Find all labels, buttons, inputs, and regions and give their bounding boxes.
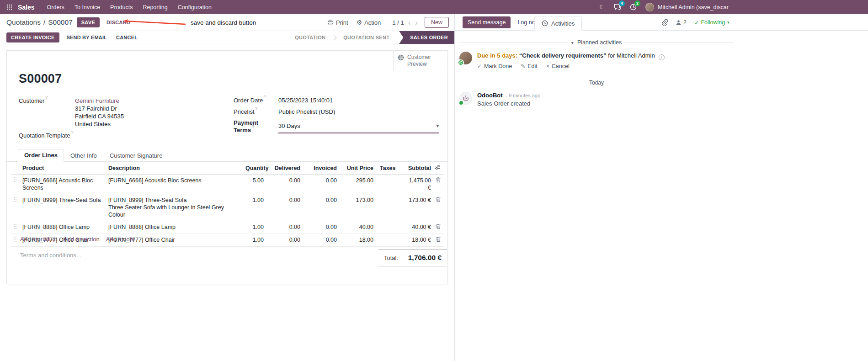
customer-link[interactable]: Gemini Furniture (75, 97, 124, 105)
check-icon: ✓ (694, 19, 699, 26)
cell-subtotal: 173.00 € (403, 194, 433, 221)
tab-activities[interactable]: Activities (534, 16, 582, 31)
column-delivered: Delivered (266, 162, 302, 175)
order-line-row[interactable]: [FURN_6666] Acoustic Bloc Screens [FURN_… (11, 175, 443, 194)
caret-down-icon: ▾ (571, 40, 574, 45)
cancel-activity-button[interactable]: × Cancel (546, 63, 570, 69)
breadcrumb-quotations[interactable]: Quotations (6, 18, 41, 27)
info-icon[interactable]: i (659, 54, 665, 60)
apps-grid-icon[interactable] (4, 0, 17, 14)
followers-count: 2 (683, 19, 687, 26)
tab-customer-signature[interactable]: Customer Signature (103, 149, 169, 162)
order-line-row[interactable]: [FURN_8999] Three-Seat Sofa [FURN_8999] … (11, 194, 443, 221)
dropdown-caret-icon[interactable]: ▾ (437, 123, 439, 128)
activity-due-date: Due in 5 days: (477, 52, 517, 59)
dark-mode-moon-icon[interactable]: ☾ (594, 0, 610, 14)
print-label: Print (336, 19, 348, 26)
edit-activity-button[interactable]: ✎ Edit (521, 63, 538, 69)
user-avatar[interactable] (645, 3, 654, 11)
add-a-section-link[interactable]: Add a section (64, 236, 100, 243)
cell-delivered[interactable]: 0.00 (266, 175, 302, 194)
cancel-order-button[interactable]: CANCEL (114, 32, 139, 42)
tab-other-info[interactable]: Other Info (64, 149, 103, 162)
user-menu[interactable]: Mitchell Admin (save_discar (658, 4, 729, 11)
order-date-label: Order Date? (234, 96, 278, 104)
create-invoice-button[interactable]: CREATE INVOICE (6, 32, 59, 42)
person-icon (676, 20, 682, 26)
new-button[interactable]: New (425, 17, 449, 28)
send-message-button[interactable]: Send message (463, 16, 511, 28)
drag-handle-icon[interactable] (11, 175, 21, 194)
annotation-arrow (120, 18, 187, 27)
menu-products[interactable]: Products (105, 0, 138, 14)
cell-taxes[interactable] (375, 194, 403, 221)
message-author[interactable]: OdooBot (477, 92, 503, 99)
cell-product[interactable]: [FURN_6666] Acoustic Bloc Screens (21, 175, 107, 194)
delete-line-icon[interactable] (433, 175, 443, 194)
planned-activities-toggle[interactable]: ▾ Planned activities (459, 39, 734, 46)
cell-description[interactable]: [FURN_8888] Office Lamp (107, 221, 244, 234)
followers-button[interactable]: 2 (676, 19, 687, 26)
cell-unit-price[interactable]: 40.00 (339, 221, 375, 234)
cell-quantity[interactable]: 5.00 (244, 175, 266, 194)
cell-taxes[interactable] (375, 175, 403, 194)
terms-placeholder[interactable]: Terms and conditions... (20, 252, 81, 259)
action-button[interactable]: ⚙ Action (352, 17, 385, 28)
cell-subtotal: 40.00 € (403, 221, 433, 234)
table-footer-links: Add a product Add a section Add a note (11, 233, 443, 246)
attachments-icon[interactable] (661, 19, 668, 26)
customer-preview-button[interactable]: Customer Preview (393, 51, 447, 71)
drag-handle-icon[interactable] (11, 194, 21, 221)
cell-unit-price[interactable]: 295.00 (339, 175, 375, 194)
delete-line-icon[interactable] (433, 221, 443, 234)
order-date-value[interactable]: 05/25/2023 15:40:01 (278, 96, 333, 104)
messages-icon[interactable]: 4 (610, 0, 625, 14)
status-quotation[interactable]: QUOTATION (288, 31, 332, 44)
delete-line-icon[interactable] (433, 194, 443, 221)
navbar-left: Sales Orders To Invoice Products Reporti… (4, 0, 217, 14)
following-button[interactable]: ✓ Following ▾ (694, 19, 730, 26)
cell-taxes[interactable] (375, 221, 403, 234)
mark-done-button[interactable]: ✓ Mark Done (477, 63, 512, 69)
cell-unit-price[interactable]: 173.00 (339, 194, 375, 221)
cell-quantity[interactable]: 1.00 (244, 194, 266, 221)
annotation: save and discard button (120, 18, 256, 27)
status-sales-order[interactable]: SALES ORDER (399, 31, 454, 44)
app-name[interactable]: Sales (18, 4, 35, 11)
order-line-row[interactable]: [FURN_8888] Office Lamp [FURN_8888] Offi… (11, 221, 443, 234)
optional-columns-icon[interactable] (433, 162, 443, 175)
payment-terms-input[interactable]: 30 Days ▾ (278, 119, 439, 133)
cell-quantity[interactable]: 1.00 (244, 221, 266, 234)
pager-next-icon[interactable]: › (413, 19, 420, 27)
send-by-email-button[interactable]: SEND BY EMAIL (65, 32, 109, 42)
description-line-1: [FURN_8999] Three-Seat Sofa (108, 196, 242, 204)
cell-product[interactable]: [FURN_8999] Three-Seat Sofa (21, 194, 107, 221)
payment-terms-value: 30 Days (278, 122, 300, 129)
cell-delivered[interactable]: 0.00 (266, 221, 302, 234)
cell-delivered[interactable]: 0.00 (266, 194, 302, 221)
customer-field: Customer? Gemini Furniture 317 Fairchild… (19, 97, 220, 128)
save-button[interactable]: SAVE (77, 17, 100, 27)
menu-to-invoice[interactable]: To Invoice (69, 0, 105, 14)
cell-description[interactable]: [FURN_8999] Three-Seat Sofa Three Seater… (107, 194, 244, 221)
activities-clock-icon[interactable]: 2 (625, 0, 641, 14)
cell-product[interactable]: [FURN_8888] Office Lamp (21, 221, 107, 234)
cell-invoiced[interactable]: 0.00 (302, 175, 339, 194)
add-a-note-link[interactable]: Add a note (106, 236, 135, 243)
pager-previous-icon[interactable]: ‹ (406, 19, 413, 27)
cell-description[interactable]: [FURN_6666] Acoustic Bloc Screens (107, 175, 244, 194)
status-quotation-sent[interactable]: QUOTATION SENT (336, 31, 396, 44)
drag-handle-icon[interactable] (11, 221, 21, 234)
menu-orders[interactable]: Orders (42, 0, 69, 14)
pricelist-value[interactable]: Public Pricelist (USD) (278, 108, 335, 116)
pencil-icon: ✎ (521, 64, 525, 69)
tab-order-lines[interactable]: Order Lines (18, 149, 64, 162)
cell-invoiced[interactable]: 0.00 (302, 221, 339, 234)
cell-invoiced[interactable]: 0.00 (302, 194, 339, 221)
pager-value: 1 / 1 (392, 19, 404, 26)
menu-configuration[interactable]: Configuration (173, 0, 217, 14)
menu-reporting[interactable]: Reporting (138, 0, 172, 14)
quotation-template-field[interactable]: Quotation Template? (19, 132, 220, 139)
add-a-product-link[interactable]: Add a product (20, 236, 57, 243)
print-button[interactable]: Print (323, 17, 352, 28)
